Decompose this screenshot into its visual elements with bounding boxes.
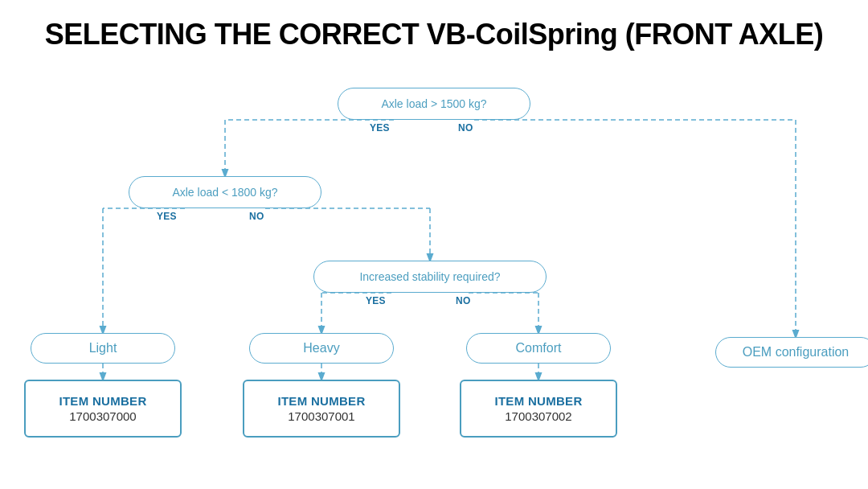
diagram-area: Axle load > 1500 kg? YES NO Axle load < … [0, 68, 868, 470]
item-0-number: 1700307000 [69, 409, 136, 423]
item-box-1: ITEM NUMBER 1700307001 [243, 380, 400, 438]
decision-3: Increased stability required? [313, 261, 547, 293]
decision-1: Axle load > 1500 kg? [338, 88, 530, 120]
item-1-label: ITEM NUMBER [277, 394, 365, 408]
result-light: Light [31, 333, 175, 364]
item-box-2: ITEM NUMBER 1700307002 [460, 380, 617, 438]
d2-yes-label: YES [157, 211, 177, 222]
d3-yes-label: YES [366, 295, 386, 306]
d1-no-label: NO [458, 122, 473, 134]
decision-2: Axle load < 1800 kg? [129, 176, 321, 208]
item-box-0: ITEM NUMBER 1700307000 [24, 380, 182, 438]
d2-no-label: NO [249, 211, 264, 222]
page-title: SELECTING THE CORRECT VB-CoilSpring (FRO… [0, 0, 868, 60]
d1-yes-label: YES [370, 122, 390, 134]
result-heavy: Heavy [249, 333, 394, 364]
item-2-label: ITEM NUMBER [494, 394, 582, 408]
item-0-label: ITEM NUMBER [59, 394, 146, 408]
item-2-number: 1700307002 [505, 409, 571, 423]
result-oem: OEM configuration [715, 337, 868, 368]
d3-no-label: NO [456, 295, 471, 306]
result-comfort: Comfort [466, 333, 611, 364]
item-1-number: 1700307001 [288, 409, 354, 423]
